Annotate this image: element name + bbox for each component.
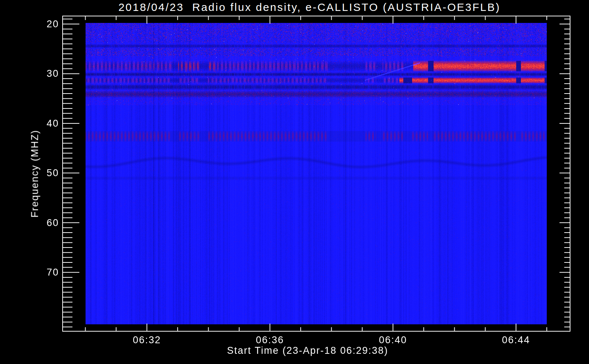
x-tick-label: 06:32 — [133, 335, 161, 346]
x-tick-label: 06:40 — [379, 335, 407, 346]
axes-layer — [0, 0, 589, 364]
y-tick-label: 60 — [21, 217, 59, 228]
x-axis-label: Start Time (23-Apr-18 06:29:38) — [0, 345, 589, 356]
spectrogram-figure: 2018/04/23 Radio flux density, e-CALLIST… — [0, 0, 589, 364]
y-axis-label: Frequency (MHZ) — [29, 130, 41, 218]
y-tick-label: 70 — [21, 267, 59, 278]
x-tick-label: 06:36 — [256, 335, 284, 346]
y-tick-label: 30 — [21, 68, 59, 79]
y-tick-label: 20 — [21, 19, 59, 30]
y-tick-label: 40 — [21, 118, 59, 129]
x-tick-label: 06:44 — [502, 335, 530, 346]
